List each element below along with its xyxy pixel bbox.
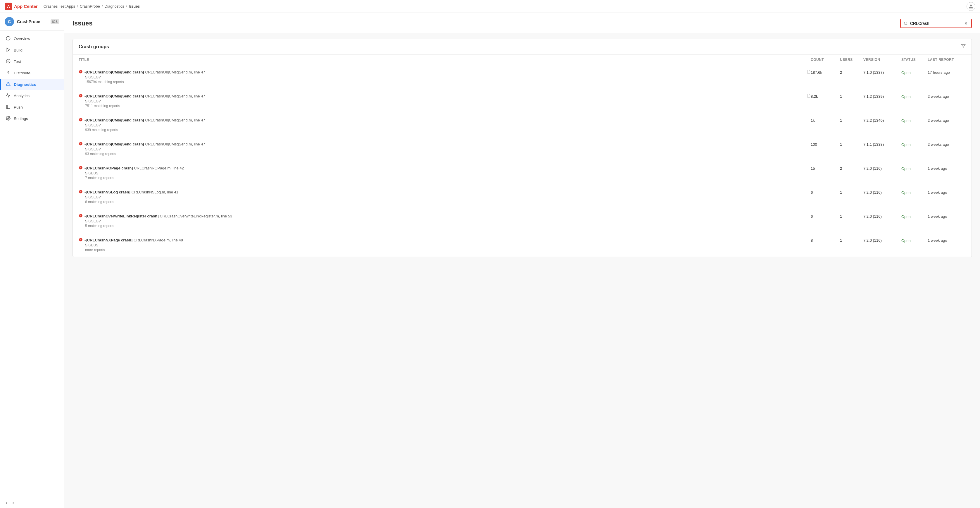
- build-icon: [6, 47, 11, 53]
- status-open-badge: Open: [901, 190, 911, 195]
- crash-version: 7.2.2 (1340): [863, 118, 901, 123]
- crash-users: 1: [840, 94, 863, 99]
- sidebar-item-push[interactable]: Push: [0, 102, 64, 113]
- overview-icon: [6, 36, 11, 42]
- crash-reports: more reports: [85, 248, 811, 252]
- crash-title-cell: -[CRLCrashObjCMsgSend crash] CRLCrashObj…: [79, 70, 811, 84]
- sidebar-label-overview: Overview: [14, 37, 30, 41]
- breadcrumb-sep-3: /: [126, 4, 127, 8]
- main-layout: C CrashProbe iOS Overview Build: [0, 13, 980, 508]
- table-header: Title Count Users Version Status Last re…: [73, 55, 972, 65]
- crash-type: SIGSEGV: [85, 147, 811, 151]
- crash-status: Open: [901, 142, 928, 147]
- sidebar-label-distribute: Distribute: [14, 71, 30, 75]
- status-open-badge: Open: [901, 94, 911, 99]
- crash-name: -[CRLCrashNXPage crash]: [84, 238, 132, 242]
- crash-type: SIGBUS: [85, 243, 811, 247]
- crash-status: Open: [901, 214, 928, 219]
- search-box[interactable]: ×: [900, 19, 972, 28]
- crash-file: CRLCrashObjCMsgSend.m, line 47: [145, 70, 205, 74]
- sidebar-nav: Overview Build Test Distri: [0, 31, 64, 498]
- crash-name: -[CRLCrashObjCMsgSend crash]: [84, 70, 144, 74]
- app-center-label: App Center: [14, 4, 38, 9]
- crash-title-cell: -[CRLCrashObjCMsgSend crash] CRLCrashObj…: [79, 118, 811, 132]
- search-input[interactable]: [910, 21, 961, 26]
- sidebar-item-analytics[interactable]: Analytics: [0, 90, 64, 102]
- table-row[interactable]: -[CRLCrashNXPage crash] CRLCrashNXPage.m…: [73, 233, 972, 257]
- crash-reports: 93 matching reports: [85, 152, 811, 156]
- breadcrumb-crashes[interactable]: Crashes Test Apps: [44, 4, 75, 8]
- crash-version: 7.2.0 (116): [863, 238, 901, 243]
- crash-title-cell: -[CRLCrashObjCMsgSend crash] CRLCrashObj…: [79, 142, 811, 156]
- crash-users: 2: [840, 70, 863, 75]
- table-row[interactable]: -[CRLCrashObjCMsgSend crash] CRLCrashObj…: [73, 137, 972, 161]
- sidebar: C CrashProbe iOS Overview Build: [0, 13, 64, 508]
- crash-name: -[CRLCrashObjCMsgSend crash]: [84, 142, 144, 146]
- breadcrumb-diagnostics[interactable]: Diagnostics: [105, 4, 124, 8]
- user-avatar-button[interactable]: [967, 2, 975, 11]
- crash-name: -[CRLCrashObjCMsgSend crash]: [84, 94, 144, 98]
- content-area: Issues × Crash groups Title Count Users …: [64, 13, 980, 508]
- svg-line-10: [907, 24, 907, 25]
- crash-last-report: 2 weeks ago: [928, 142, 966, 147]
- svg-point-9: [904, 22, 907, 25]
- crash-type: SIGSEGV: [85, 75, 811, 79]
- sidebar-item-test[interactable]: Test: [0, 56, 64, 67]
- settings-icon: [6, 116, 11, 121]
- search-icon: [904, 21, 908, 26]
- crash-last-report: 1 week ago: [928, 214, 966, 219]
- top-nav: A App Center Crashes Test Apps / CrashPr…: [0, 0, 980, 13]
- table-row[interactable]: -[CRLCrashObjCMsgSend crash] CRLCrashObj…: [73, 113, 972, 137]
- table-row[interactable]: -[CRLCrashROPage crash] CRLCrashROPage.m…: [73, 161, 972, 185]
- sidebar-app-header: C CrashProbe iOS: [0, 13, 64, 31]
- search-close-button[interactable]: ×: [964, 21, 968, 26]
- crash-count: 6: [811, 214, 840, 219]
- crash-error-icon: [79, 94, 83, 99]
- sidebar-label-settings: Settings: [14, 117, 28, 121]
- status-open-badge: Open: [901, 238, 911, 243]
- col-count: Count: [811, 58, 840, 62]
- crash-name: -[CRLCrashNSLog crash]: [84, 190, 130, 194]
- crash-users: 2: [840, 166, 863, 171]
- sidebar-item-diagnostics[interactable]: Diagnostics: [0, 79, 64, 90]
- crash-error-icon: [79, 214, 83, 219]
- crash-status: Open: [901, 118, 928, 123]
- note-icon: [807, 70, 811, 75]
- crash-rows-container: -[CRLCrashObjCMsgSend crash] CRLCrashObj…: [73, 65, 972, 257]
- breadcrumb-sep-2: /: [102, 4, 103, 8]
- svg-point-8: [8, 118, 9, 119]
- table-row[interactable]: -[CRLCrashObjCMsgSend crash] CRLCrashObj…: [73, 65, 972, 89]
- table-row[interactable]: -[CRLCrashObjCMsgSend crash] CRLCrashObj…: [73, 89, 972, 113]
- sidebar-item-build[interactable]: Build: [0, 45, 64, 56]
- breadcrumb: Crashes Test Apps / CrashProbe / Diagnos…: [44, 4, 140, 8]
- crash-version: 7.1.2 (1339): [863, 94, 901, 99]
- crash-last-report: 2 weeks ago: [928, 94, 966, 99]
- app-logo[interactable]: A App Center: [5, 3, 38, 10]
- page-title: Issues: [73, 19, 93, 27]
- crash-file: CRLCrashOverwriteLinkRegister.m, line 53: [160, 214, 232, 218]
- sidebar-label-push: Push: [14, 105, 23, 109]
- crash-file: CRLCrashObjCMsgSend.m, line 47: [145, 142, 205, 146]
- svg-point-0: [6, 36, 10, 40]
- table-row[interactable]: -[CRLCrashOverwriteLinkRegister crash] C…: [73, 209, 972, 233]
- crash-name: -[CRLCrashROPage crash]: [84, 166, 133, 170]
- sidebar-item-settings[interactable]: Settings: [0, 113, 64, 125]
- status-open-badge: Open: [901, 142, 911, 147]
- crash-file: CRLCrashObjCMsgSend.m, line 47: [145, 118, 205, 122]
- crash-error-icon: [79, 142, 83, 147]
- sidebar-item-overview[interactable]: Overview: [0, 33, 64, 45]
- push-icon: [6, 104, 11, 110]
- test-icon: [6, 59, 11, 64]
- crash-title-cell: -[CRLCrashNSLog crash] CRLCrashNSLog.m, …: [79, 190, 811, 204]
- crash-reports: 7511 matching reports: [85, 104, 811, 108]
- sidebar-app-badge: iOS: [51, 19, 59, 24]
- breadcrumb-crashprobe[interactable]: CrashProbe: [80, 4, 100, 8]
- sidebar-item-distribute[interactable]: Distribute: [0, 67, 64, 79]
- crash-count: 6: [811, 190, 840, 195]
- sidebar-collapse-button[interactable]: [0, 498, 64, 508]
- crash-version: 7.1.1 (1338): [863, 142, 901, 147]
- table-row[interactable]: -[CRLCrashNSLog crash] CRLCrashNSLog.m, …: [73, 185, 972, 209]
- status-open-badge: Open: [901, 214, 911, 219]
- crash-reports: 6 matching reports: [85, 200, 811, 204]
- filter-icon[interactable]: [961, 44, 966, 50]
